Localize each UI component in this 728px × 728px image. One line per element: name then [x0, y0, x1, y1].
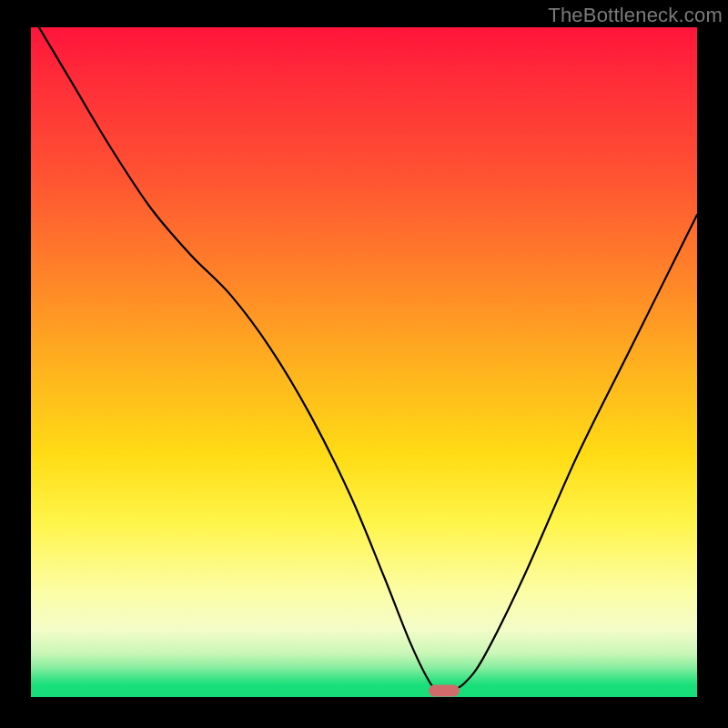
- chart-frame: TheBottleneck.com: [0, 0, 728, 728]
- curve-path: [31, 27, 697, 692]
- watermark-text: TheBottleneck.com: [548, 4, 723, 27]
- plot-area: [31, 27, 697, 697]
- bottleneck-curve: [31, 27, 697, 697]
- optimal-marker: [429, 684, 460, 696]
